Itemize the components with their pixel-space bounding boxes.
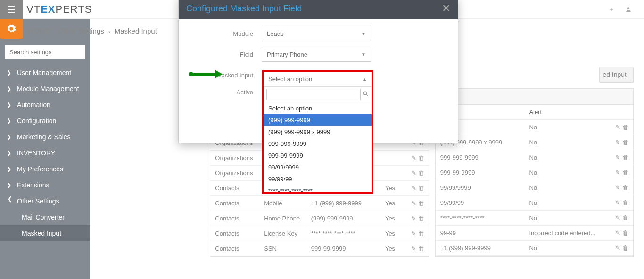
dropdown-search-input[interactable] [266,89,361,100]
sidebar-item-module-management[interactable]: ❯Module Management [0,81,90,97]
delete-icon[interactable]: 🗑 [622,245,628,252]
sidebar-item-label: Other Settings [17,197,59,205]
chevron-right-icon: ❯ [7,182,13,188]
close-icon[interactable]: ✕ [442,2,450,15]
row-actions: ✎🗑 [605,120,633,135]
edit-icon[interactable]: ✎ [411,245,416,252]
delete-icon[interactable]: 🗑 [622,169,628,176]
sidebar-sub-label: Masked Input [22,229,61,237]
row-actions: ✎🗑 [401,226,429,241]
edit-icon[interactable]: ✎ [615,199,620,206]
edit-icon[interactable]: ✎ [411,200,416,207]
label-active: Active [179,89,262,96]
table-row: +1 (999) 999-9999No✎🗑 [436,241,633,256]
user-icon[interactable] [624,5,633,14]
dropdown-search-row [264,87,372,102]
table-row: 999-99-9999No✎🗑 [436,165,633,180]
row-actions: ✎🗑 [401,241,429,256]
chevron-right-icon: ❯ [7,69,13,76]
dropdown-option[interactable]: 99/99/99 [264,173,372,185]
logo-vt: VT [26,3,41,15]
dropdown-option[interactable]: ****-****-****-**** [264,185,372,192]
edit-icon[interactable]: ✎ [615,245,620,252]
dropdown-option[interactable]: 99/99/9999 [264,161,372,173]
delete-icon[interactable]: 🗑 [418,154,424,161]
gear-icon[interactable] [0,19,23,39]
cell: Yes [380,241,401,256]
hamburger-menu[interactable]: ☰ [0,0,23,19]
field-select[interactable]: Primary Phone▼ [262,47,371,62]
dropdown-option[interactable]: 999-999-9999 [264,138,372,150]
table-row: (999) 999-9999 x 9999No✎🗑 [436,135,633,150]
dropdown-placeholder: Select an option [268,76,312,83]
delete-icon[interactable]: 🗑 [622,139,628,146]
search-input[interactable] [5,45,85,59]
sidebar-item-marketing-sales[interactable]: ❯Marketing & Sales [0,129,90,145]
cell: Contacts [210,181,259,196]
sidebar-item-my-preferences[interactable]: ❯My Preferences [0,161,90,177]
sidebar-item-inventory[interactable]: ❯INVENTORY [0,145,90,161]
cell: Yes [380,226,401,241]
cell: Contacts [210,226,259,241]
cell: Yes [380,211,401,226]
table-row: ContactsSSN999-99-9999Yes✎🗑 [210,241,429,256]
edit-icon[interactable]: ✎ [615,139,620,146]
dropdown-option[interactable]: (999) 999-9999 [264,114,372,126]
delete-icon[interactable]: 🗑 [418,185,424,192]
delete-icon[interactable]: 🗑 [418,169,424,177]
delete-icon[interactable]: 🗑 [622,199,628,206]
edit-icon[interactable]: ✎ [615,214,620,221]
dropdown-selected[interactable]: Select an option ▲ [264,72,372,87]
module-select[interactable]: Leads▼ [262,26,371,41]
dropdown-option[interactable]: (999) 999-9999 x 9999 [264,126,372,138]
delete-icon[interactable]: 🗑 [622,184,628,191]
table-row: 999-999-9999No✎🗑 [436,150,633,165]
edit-icon[interactable]: ✎ [615,184,620,191]
table-row: No✎🗑 [436,120,633,135]
edit-icon[interactable]: ✎ [615,124,620,131]
sidebar-sub-mail-converter[interactable]: Mail Converter [0,209,90,225]
delete-icon[interactable]: 🗑 [418,215,424,222]
edit-icon[interactable]: ✎ [411,230,416,237]
dropdown-option[interactable]: Select an option [264,102,372,114]
edit-icon[interactable]: ✎ [411,185,416,192]
delete-icon[interactable]: 🗑 [622,214,628,221]
delete-icon[interactable]: 🗑 [418,245,424,252]
cell: Contacts [210,196,259,211]
edit-icon[interactable]: ✎ [615,154,620,161]
chevron-down-icon [7,197,13,204]
sidebar-item-automation[interactable]: ❯Automation [0,97,90,113]
dropdown-list[interactable]: Select an option(999) 999-9999(999) 999-… [264,102,372,192]
cell: ****-****-****-**** [436,211,525,226]
label-module: Module [179,30,262,37]
sidebar-item-configuration[interactable]: ❯Configuration [0,113,90,129]
cell: +1 (999) 999-9999 [306,196,380,211]
edit-icon[interactable]: ✎ [411,154,416,161]
cell: No [524,135,605,150]
edit-icon[interactable]: ✎ [615,169,620,176]
breadcrumb-home[interactable]: HOME [28,27,50,35]
add-icon[interactable]: ＋ [607,5,616,14]
right-button[interactable]: ed Input [599,67,634,83]
sidebar-item-label: Marketing & Sales [17,133,71,141]
cell: SSN [259,241,306,256]
cell: License Key [259,226,306,241]
sidebar-item-other-settings[interactable]: Other Settings [0,193,90,209]
dropdown-option[interactable]: 999-99-9999 [264,150,372,161]
row-actions: ✎🗑 [605,150,633,165]
delete-icon[interactable]: 🗑 [622,229,628,237]
delete-icon[interactable]: 🗑 [418,230,424,237]
edit-icon[interactable]: ✎ [411,215,416,222]
edit-icon[interactable]: ✎ [411,169,416,177]
cell: No [524,211,605,226]
sidebar-item-user-management[interactable]: ❯User Management [0,65,90,81]
delete-icon[interactable]: 🗑 [622,154,628,161]
sidebar-item-extensions[interactable]: ❯Extensions [0,177,90,193]
table-row: ****-****-****-****No✎🗑 [436,211,633,226]
delete-icon[interactable]: 🗑 [622,124,628,131]
edit-icon[interactable]: ✎ [615,229,620,237]
sidebar-item-label: Configuration [17,117,56,125]
delete-icon[interactable]: 🗑 [418,200,424,207]
sidebar-sub-masked-input[interactable]: Masked Input [0,225,90,241]
breadcrumb-l1[interactable]: Other Settings [59,27,104,35]
